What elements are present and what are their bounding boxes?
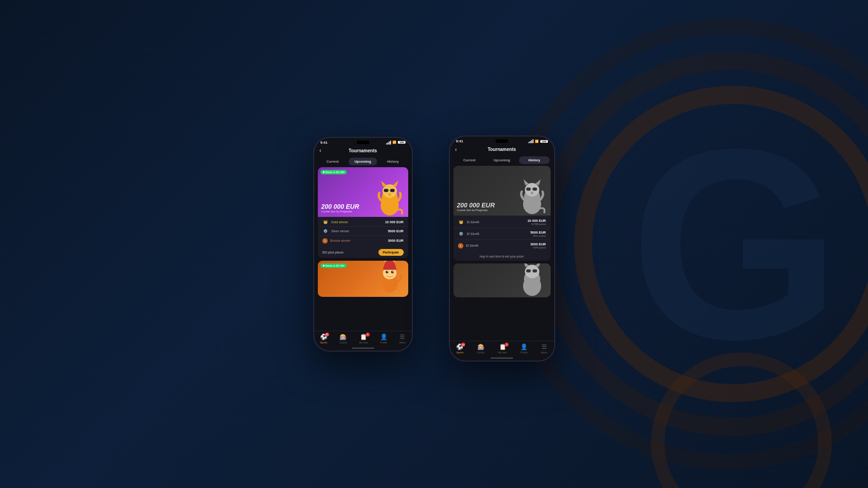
mascot-svg-2 (374, 261, 406, 297)
notch (349, 138, 377, 147)
svg-point-8 (389, 193, 391, 194)
nav-sports-2[interactable]: ⚽ Sports 21 (456, 343, 463, 354)
h-points-2: 5911 points (530, 235, 546, 237)
side-btn-2 (412, 190, 413, 206)
amount-gold: 10 000 EUR (385, 220, 404, 224)
profile-icon-1: 👤 (380, 333, 387, 340)
badge-dot-1 (323, 171, 325, 173)
sports-label-2: Sports (456, 351, 463, 354)
back-button-1[interactable]: ‹ (320, 147, 321, 154)
phone1-header: ‹ Tournaments (314, 145, 412, 156)
card2-banner: Starts in 2D 18H (318, 261, 408, 297)
battery-icon-1: 100 (398, 141, 405, 144)
phone1-inner: 9:41 📶 100 ‹ Tournaments (314, 138, 412, 351)
wifi-icon-2: 📶 (535, 140, 539, 143)
amount-silver: 5000 EUR (388, 229, 404, 233)
card2-badge: Starts in 2D 18H (321, 263, 347, 268)
mascot-cat-3 (516, 263, 548, 297)
notch-inner-2 (495, 139, 508, 143)
menu-label-1: Menu (399, 341, 406, 344)
notch-2 (488, 136, 515, 145)
tournament-card-2: Starts in 2D 18H (318, 261, 408, 297)
mybets-label-2: My bets (498, 351, 507, 354)
svg-rect-33 (533, 269, 537, 272)
tab-upcoming-2[interactable]: Upcoming (486, 156, 517, 164)
history-prize-rows-1: 👑 ID 32••46 10 000 EUR 12 598 points ⚙️ … (453, 216, 551, 252)
amount-bronze: 3000 EUR (388, 239, 404, 243)
profile-label-1: Profile (380, 341, 387, 344)
prize-amount-1: 200 000 EUR (321, 203, 359, 210)
nav-menu-1[interactable]: ☰ Menu (399, 333, 406, 344)
label-bronze: Bronze winner (330, 239, 385, 242)
profile-icon-2: 👤 (520, 343, 528, 350)
tab-history-2[interactable]: History (519, 156, 550, 164)
menu-icon-1: ☰ (400, 333, 405, 340)
tabs-1: Current Upcoming History (314, 156, 412, 167)
svg-point-26 (531, 192, 533, 193)
mascot-cat-2 (516, 173, 548, 216)
svg-rect-24 (533, 188, 537, 191)
medal-silver: ⚙️ (322, 229, 329, 233)
svg-point-15 (391, 271, 394, 273)
history-card-2 (453, 263, 551, 297)
history-row-1: 👑 ID 32••46 10 000 EUR 12 598 points (453, 216, 551, 228)
nav-mybets-2[interactable]: 📋 My bets 1 (498, 343, 507, 354)
mascot-jester (374, 261, 406, 297)
sports-badge-1: 21 (325, 333, 329, 337)
nav-profile-1[interactable]: 👤 Profile (380, 333, 387, 344)
tab-upcoming-1[interactable]: Upcoming (349, 158, 377, 165)
nav-sports-1[interactable]: ⚽ Sports 21 (320, 333, 327, 344)
svg-point-16 (387, 271, 388, 272)
card1-badge: Starts in 2D 18H (321, 170, 347, 174)
phone1-title: Tournaments (349, 148, 377, 153)
tab-history-1[interactable]: History (379, 158, 407, 165)
mascot-cat-1 (374, 174, 406, 217)
history-row-3: 3 ID 32••46 3000 EUR 4344 points (453, 240, 551, 251)
status-time-1: 9:41 (321, 141, 328, 145)
h-points-3: 4344 points (530, 246, 546, 249)
svg-rect-5 (384, 189, 388, 192)
phones-container: 9:41 📶 100 ‹ Tournaments (313, 127, 555, 361)
prize-row-silver: ⚙️ Silver winner 5000 EUR (318, 227, 408, 236)
casino-label-2: Casino (477, 351, 485, 354)
svg-rect-23 (526, 188, 531, 191)
nav-casino-1[interactable]: 🎰 Casino (340, 333, 347, 344)
h-points-1: 12 598 points (528, 223, 546, 225)
history-prize-game-1: Crystal Jam by Pragmatic (457, 209, 495, 212)
mascot-svg-3 (516, 173, 548, 216)
h-amount-1: 10 000 EUR (528, 219, 546, 223)
bar2-4 (533, 139, 533, 143)
nav-mybets-1[interactable]: 📋 My bets 1 (359, 333, 368, 344)
casino-icon-2: 🎰 (477, 343, 485, 350)
bottom-nav-2: ⚽ Sports 21 🎰 Casino 📋 My bets 1 👤 Profi… (450, 341, 554, 357)
nav-casino-2[interactable]: 🎰 Casino (477, 343, 485, 354)
card1-banner: Starts in 2D 18H (318, 167, 408, 217)
history-prize-1: 200 000 EUR Crystal Jam by Pragmatic (457, 202, 495, 212)
bar1 (386, 143, 387, 145)
participate-button[interactable]: Participate (378, 249, 404, 256)
nav-menu-2[interactable]: ☰ Menu (541, 343, 547, 354)
prize-game-1: Crystal Jam by Pragmatic (321, 210, 359, 213)
tab-current-1[interactable]: Current (319, 158, 347, 165)
hop-message: Hop in next time to win your prize! (453, 252, 551, 261)
h-medal-1: 👑 (458, 220, 464, 224)
bar2-2 (530, 141, 531, 143)
sports-label-1: Sports (320, 341, 327, 344)
menu-label-2: Menu (541, 351, 547, 354)
phone2-title: Tournaments (488, 147, 516, 152)
nav-profile-2[interactable]: 👤 Profile (520, 343, 528, 354)
svg-rect-32 (526, 269, 531, 272)
wifi-icon-1: 📶 (392, 141, 396, 144)
history-row-2: ⚙️ ID 32••46 5000 EUR 5911 points (453, 228, 551, 240)
medal-bronze: 3 (322, 238, 328, 244)
status-icons-1: 📶 100 (386, 141, 405, 145)
h-amount-3: 3000 EUR (530, 242, 546, 246)
back-button-2[interactable]: ‹ (455, 146, 457, 153)
label-silver: Silver winner (331, 230, 385, 233)
tab-current-2[interactable]: Current (454, 156, 485, 164)
signal-bars-2 (528, 139, 533, 143)
phone-upcoming: 9:41 📶 100 ‹ Tournaments (313, 137, 413, 352)
side-btn-1 (412, 174, 413, 185)
tournament-card-1: Starts in 2D 18H (318, 167, 408, 258)
h-id-2: ID 32••46 (467, 232, 479, 235)
